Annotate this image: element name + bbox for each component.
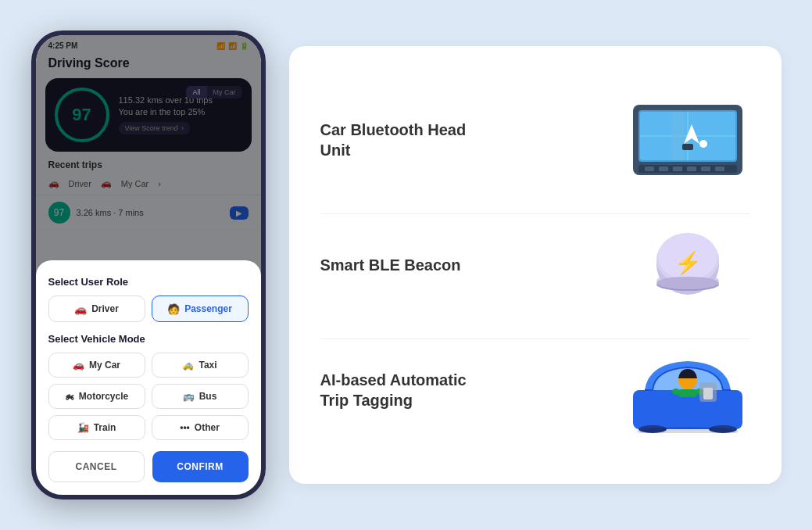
svg-rect-13 — [701, 167, 710, 171]
ble-beacon-svg: ⚡ — [645, 222, 731, 308]
feature-tagging: AI-based Automatic Trip Tagging — [320, 338, 750, 441]
bus-icon: 🚌 — [183, 391, 195, 402]
role-grid: 🚗 Driver 🧑 Passenger — [48, 295, 249, 322]
vehicle-other-label: Other — [195, 422, 220, 433]
svg-rect-29 — [703, 388, 713, 399]
svg-rect-5 — [672, 112, 684, 160]
modal-overlay: Select User Role 🚗 Driver 🧑 Passenger Se… — [36, 35, 261, 495]
vehicle-train-btn[interactable]: 🚂 Train — [48, 415, 145, 440]
vehicle-motorcycle-btn[interactable]: 🏍 Motorcycle — [48, 384, 145, 409]
confirm-button[interactable]: CONFIRM — [152, 451, 249, 482]
svg-point-22 — [656, 277, 719, 289]
role-passenger-btn[interactable]: 🧑 Passenger — [152, 295, 249, 322]
vehicle-mycar-btn[interactable]: 🚗 My Car — [48, 353, 145, 378]
svg-text:⚡: ⚡ — [674, 250, 701, 276]
vehicle-motorcycle-label: Motorcycle — [79, 391, 128, 402]
motorcycle-icon: 🏍 — [65, 391, 74, 402]
select-mode-modal: Select User Role 🚗 Driver 🧑 Passenger Se… — [36, 260, 261, 495]
svg-point-15 — [699, 140, 707, 148]
phone-screen: 4:25 PM 📶 📶 🔋 Driving Score All My Car 9 — [36, 35, 261, 495]
feature-beacon: Smart BLE Beacon ⚡ — [320, 213, 750, 316]
svg-rect-9 — [645, 167, 654, 171]
vehicle-mycar-label: My Car — [89, 360, 120, 371]
train-icon: 🚂 — [77, 422, 89, 433]
vehicle-train-label: Train — [94, 422, 116, 433]
role-section-title: Select User Role — [48, 276, 249, 288]
feature-tagging-image — [625, 347, 750, 433]
feature-bluetooth-title: Car Bluetooth Head Unit — [320, 120, 492, 160]
role-driver-label: Driver — [91, 303, 119, 314]
vehicle-taxi-btn[interactable]: 🚕 Taxi — [152, 353, 249, 378]
feature-bluetooth-image — [625, 97, 750, 183]
svg-rect-7 — [682, 144, 693, 150]
vehicle-other-btn[interactable]: ••• Other — [152, 415, 249, 440]
taxi-icon: 🚕 — [182, 360, 194, 371]
svg-rect-12 — [687, 167, 696, 171]
mycar-icon: 🚗 — [73, 360, 84, 371]
features-panel: Car Bluetooth Head Unit — [289, 46, 782, 484]
vehicle-bus-label: Bus — [199, 391, 217, 402]
driver-icon: 🚗 — [74, 303, 87, 315]
vehicle-grid: 🚗 My Car 🚕 Taxi 🏍 Motorcycle 🚌 — [48, 353, 249, 440]
modal-actions: CANCEL CONFIRM — [48, 451, 249, 482]
feature-tagging-title: AI-based Automatic Trip Tagging — [320, 370, 492, 410]
other-icon: ••• — [180, 422, 190, 433]
svg-point-26 — [672, 389, 680, 395]
role-driver-btn[interactable]: 🚗 Driver — [48, 295, 145, 322]
feature-bluetooth: Car Bluetooth Head Unit — [320, 89, 750, 191]
passenger-icon: 🧑 — [167, 303, 180, 315]
vehicle-bus-btn[interactable]: 🚌 Bus — [152, 384, 249, 409]
svg-rect-14 — [715, 167, 724, 171]
car-head-unit-svg — [629, 101, 746, 179]
cancel-button[interactable]: CANCEL — [48, 451, 145, 482]
feature-beacon-image: ⚡ — [625, 222, 750, 308]
vehicle-section-title: Select Vehicle Mode — [48, 333, 249, 345]
svg-rect-10 — [659, 167, 668, 171]
vehicle-taxi-label: Taxi — [199, 360, 216, 371]
svg-rect-11 — [673, 167, 682, 171]
app-container: 4:25 PM 📶 📶 🔋 Driving Score All My Car 9 — [31, 23, 782, 507]
feature-beacon-title: Smart BLE Beacon — [320, 255, 461, 275]
role-passenger-label: Passenger — [184, 303, 232, 314]
auto-tagging-svg — [625, 347, 750, 433]
phone-mockup: 4:25 PM 📶 📶 🔋 Driving Score All My Car 9 — [31, 30, 266, 500]
